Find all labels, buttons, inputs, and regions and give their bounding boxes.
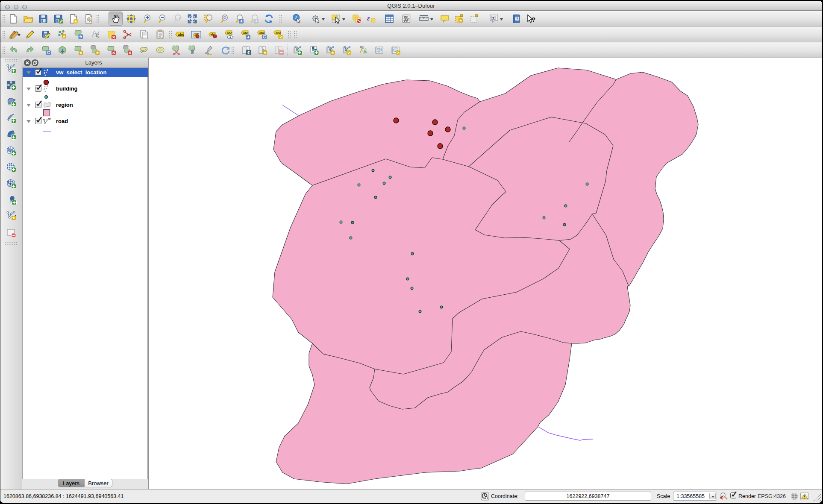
svg-text:abc: abc: [243, 31, 248, 35]
svg-text:abc: abc: [276, 31, 281, 35]
svg-text:abc: abc: [259, 31, 265, 35]
svg-text:ε: ε: [367, 15, 370, 22]
svg-text:1:1: 1:1: [176, 16, 180, 19]
svg-text:abc: abc: [178, 32, 184, 37]
svg-text:T: T: [492, 16, 494, 20]
svg-text:?: ?: [532, 16, 535, 23]
svg-text:abc: abc: [227, 31, 232, 35]
svg-text:?: ?: [516, 17, 518, 21]
